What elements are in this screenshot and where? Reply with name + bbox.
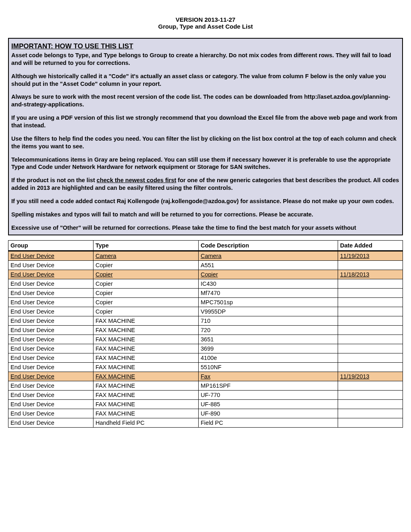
cell-desc: UF-770 [199, 391, 338, 400]
cell-type: FAX MACHINE [93, 363, 199, 372]
cell-desc: Camera [199, 251, 338, 261]
cell-group: End User Device [8, 381, 93, 391]
cell-desc: Field PC [199, 418, 338, 428]
cell-type: FAX MACHINE [93, 409, 199, 418]
table-body: End User DeviceCameraCamera11/19/2013End… [8, 251, 403, 428]
info-paragraph: Asset code belongs to Type, and Type bel… [11, 52, 400, 67]
cell-type: FAX MACHINE [93, 316, 199, 326]
cell-group: End User Device [8, 279, 93, 289]
col-header-group[interactable]: Group [8, 241, 93, 251]
cell-type: FAX MACHINE [93, 326, 199, 335]
table-row: End User DeviceFAX MACHINEUF-890 [8, 409, 403, 418]
cell-type: Copier [93, 298, 199, 307]
cell-date [338, 353, 403, 363]
cell-date [338, 344, 403, 353]
table-row: End User DeviceFAX MACHINEFax11/19/2013 [8, 372, 403, 381]
info-paragraph: Excessive use of "Other" will be returne… [11, 224, 400, 232]
table-row: End User DeviceCopierA551 [8, 261, 403, 270]
cell-group: End User Device [8, 335, 93, 344]
cell-desc: 710 [199, 316, 338, 326]
cell-desc: 5510NF [199, 363, 338, 372]
cell-type: FAX MACHINE [93, 344, 199, 353]
cell-group: End User Device [8, 363, 93, 372]
cell-date [338, 381, 403, 391]
table-row: End User DeviceFAX MACHINE3651 [8, 335, 403, 344]
cell-date [338, 289, 403, 298]
cell-date: 11/18/2013 [338, 270, 403, 279]
table-row: End User DeviceFAX MACHINE5510NF [8, 363, 403, 372]
cell-desc: UF-885 [199, 400, 338, 409]
cell-type: Handheld Field PC [93, 418, 199, 428]
cell-group: End User Device [8, 316, 93, 326]
table-row: End User DeviceFAX MACHINE710 [8, 316, 403, 326]
table-row: End User DeviceCopierCopier11/18/2013 [8, 270, 403, 279]
cell-group: End User Device [8, 372, 93, 381]
cell-desc: IC430 [199, 279, 338, 289]
cell-date [338, 409, 403, 418]
info-paragraph: If you still need a code added contact R… [11, 197, 400, 205]
cell-desc: Fax [199, 372, 338, 381]
info-paragraph: If you are using a PDF version of this l… [11, 114, 400, 129]
cell-date [338, 400, 403, 409]
cell-type: Camera [93, 251, 199, 261]
cell-date [338, 335, 403, 344]
codes-table: Group Type Code Description Date Added E… [8, 240, 403, 428]
cell-desc: MPC7501sp [199, 298, 338, 307]
table-row: End User DeviceCopierIC430 [8, 279, 403, 289]
cell-group: End User Device [8, 400, 93, 409]
cell-date [338, 279, 403, 289]
cell-desc: UF-890 [199, 409, 338, 418]
table-row: End User DeviceCameraCamera11/19/2013 [8, 251, 403, 261]
cell-desc: Copier [199, 270, 338, 279]
col-header-desc[interactable]: Code Description [199, 241, 338, 251]
cell-date: 11/19/2013 [338, 251, 403, 261]
table-row: End User DeviceCopierMf7470 [8, 289, 403, 298]
cell-date [338, 261, 403, 270]
cell-group: End User Device [8, 344, 93, 353]
important-box: IMPORTANT: HOW TO USE THIS LIST Asset co… [8, 38, 403, 235]
cell-desc: 3651 [199, 335, 338, 344]
cell-group: End User Device [8, 391, 93, 400]
cell-group: End User Device [8, 307, 93, 316]
table-row: End User DeviceHandheld Field PCField PC [8, 418, 403, 428]
table-row: End User DeviceFAX MACHINE3699 [8, 344, 403, 353]
important-title: IMPORTANT: HOW TO USE THIS LIST [11, 42, 400, 51]
info-paragraph: Spelling mistakes and typos will fail to… [11, 211, 400, 218]
cell-type: FAX MACHINE [93, 353, 199, 363]
cell-desc: Mf7470 [199, 289, 338, 298]
col-header-date[interactable]: Date Added [338, 241, 403, 251]
cell-desc: MP161SPF [199, 381, 338, 391]
cell-date [338, 326, 403, 335]
cell-group: End User Device [8, 326, 93, 335]
cell-type: FAX MACHINE [93, 381, 199, 391]
table-header-row: Group Type Code Description Date Added [8, 241, 403, 251]
info-paragraph: Although we historically called it a "Co… [11, 73, 400, 88]
table-row: End User DeviceFAX MACHINEMP161SPF [8, 381, 403, 391]
cell-group: End User Device [8, 298, 93, 307]
col-header-type[interactable]: Type [93, 241, 199, 251]
cell-type: Copier [93, 270, 199, 279]
cell-type: Copier [93, 307, 199, 316]
info-paragraph: Always be sure to work with the most rec… [11, 93, 400, 108]
info-paragraph: Telecommunications items in Gray are bei… [11, 156, 400, 171]
info-paragraph: Use the filters to help find the codes y… [11, 135, 400, 150]
table-row: End User DeviceFAX MACHINEUF-770 [8, 391, 403, 400]
table-row: End User DeviceFAX MACHINE720 [8, 326, 403, 335]
cell-group: End User Device [8, 353, 93, 363]
cell-desc: 3699 [199, 344, 338, 353]
cell-type: Copier [93, 279, 199, 289]
cell-date [338, 307, 403, 316]
cell-group: End User Device [8, 409, 93, 418]
cell-type: Copier [93, 289, 199, 298]
cell-type: FAX MACHINE [93, 335, 199, 344]
table-row: End User DeviceCopierMPC7501sp [8, 298, 403, 307]
cell-type: FAX MACHINE [93, 400, 199, 409]
cell-date: 11/19/2013 [338, 372, 403, 381]
cell-group: End User Device [8, 289, 93, 298]
cell-date [338, 418, 403, 428]
cell-group: End User Device [8, 418, 93, 428]
page-header: VERSION 2013-11-27 Group, Type and Asset… [8, 16, 403, 30]
cell-desc: V9955DP [199, 307, 338, 316]
table-row: End User DeviceFAX MACHINE4100e [8, 353, 403, 363]
cell-date [338, 391, 403, 400]
